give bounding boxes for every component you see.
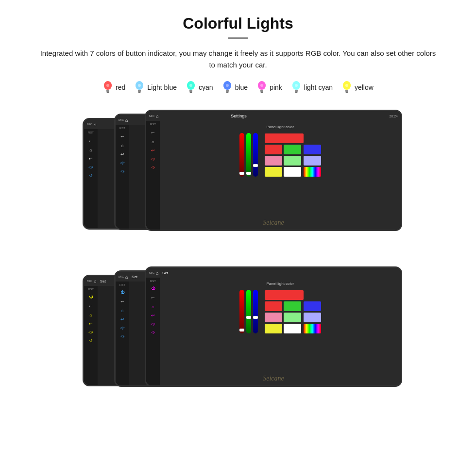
color-label-blue: blue <box>235 83 248 91</box>
svg-rect-22 <box>260 90 263 92</box>
screenshots-section: MIC ⌂ RST ← ⌂ ↩ ◁+ ◁- <box>19 106 457 406</box>
svg-rect-8 <box>138 92 141 93</box>
header-section: Colorful Lights Integrated with 7 colors… <box>19 15 457 71</box>
nav-vol-up-b1: ◁+ <box>88 330 94 334</box>
header-description: Integrated with 7 colors of button indic… <box>39 48 437 71</box>
svg-rect-13 <box>190 92 192 93</box>
color-label-yellow: yellow <box>355 83 374 91</box>
mic-label-2: MIC <box>119 118 124 121</box>
home-icon-b1: ⌂ <box>94 279 97 284</box>
bottom-device-group: MIC ⌂ Set RST ⏻ ← ⌂ ↩ ◁+ ◁- <box>19 263 457 406</box>
home-icon-1: ⌂ <box>94 122 97 127</box>
nav-back-b3: ↩ <box>151 313 155 318</box>
set-label-b3: Set <box>162 271 168 275</box>
svg-rect-33 <box>345 92 348 93</box>
home-icon-b2: ⌂ <box>125 274 128 280</box>
color-item-cyan: cyan <box>186 81 213 94</box>
svg-rect-17 <box>226 90 229 92</box>
settings-title-3: Settings <box>231 114 247 118</box>
nav-home-1: ⌂ <box>89 148 92 152</box>
svg-rect-12 <box>189 90 192 92</box>
nav-vol-dn-b3: ◁- <box>151 330 155 334</box>
home-icon-3: ⌂ <box>156 114 159 119</box>
pwr-icon-b2: ⏻ <box>120 290 124 295</box>
mic-label-1: MIC <box>87 123 92 126</box>
back-arrow-2: ← <box>120 133 125 139</box>
nav-back-b1: ↩ <box>89 321 93 326</box>
color-indicators-row: red Light blue cyan <box>19 81 457 94</box>
header-divider <box>228 37 248 39</box>
rst-label-3: RST <box>150 123 156 126</box>
nav-vol-up-b3: ◁+ <box>151 322 156 326</box>
nav-vol-dn-b2: ◁- <box>120 334 125 338</box>
nav-vol-up-b2: ◁+ <box>120 326 125 330</box>
back-arrow-3: ← <box>151 130 156 135</box>
svg-rect-2 <box>106 90 109 92</box>
home-icon-2: ⌂ <box>125 117 128 123</box>
back-arrow-1: ← <box>88 138 94 144</box>
color-item-blue: blue <box>222 81 248 94</box>
nav-home-b2: ⌂ <box>121 308 123 313</box>
nav-back-2: ↩ <box>120 152 124 157</box>
watermark-bot: Seicane <box>263 375 284 382</box>
rst-label-b3: RST <box>150 280 156 282</box>
color-label-lightblue: Light blue <box>147 83 177 91</box>
bulb-icon-red <box>102 81 113 94</box>
nav-home-b1: ⌂ <box>89 313 92 317</box>
watermark-top: Seicane <box>263 219 284 227</box>
nav-back-b2: ↩ <box>120 317 124 322</box>
page-title: Colorful Lights <box>19 15 457 33</box>
svg-rect-3 <box>107 92 109 93</box>
svg-point-14 <box>189 84 192 87</box>
nav-vol-up-1: ◁+ <box>88 165 94 169</box>
color-item-pink: pink <box>256 81 282 94</box>
svg-point-9 <box>138 84 141 87</box>
nav-vol-dn-3: ◁- <box>151 165 155 169</box>
bulb-icon-cyan <box>186 81 196 94</box>
svg-point-24 <box>260 84 263 87</box>
svg-rect-23 <box>261 92 263 93</box>
nav-vol-dn-2: ◁- <box>120 169 125 173</box>
svg-point-29 <box>295 84 298 87</box>
mic-label-b1: MIC <box>87 280 92 282</box>
mic-label-b2: MIC <box>119 275 124 278</box>
svg-rect-27 <box>295 90 298 92</box>
panel-label-top: Panel light color <box>164 125 397 129</box>
panel-label-bot: Panel light color <box>164 282 397 286</box>
device-back-3: MIC ⌂ Settings 20:24 RST ← ⌂ ↩ ◁+ ◁- <box>145 110 402 231</box>
nav-home-3: ⌂ <box>152 139 154 144</box>
svg-rect-7 <box>138 90 141 92</box>
mic-label-b3: MIC <box>149 271 154 274</box>
rst-label-1: RST <box>88 131 94 134</box>
pwr-icon-b3: ⏻ <box>151 286 155 291</box>
nav-vol-dn-b1: ◁- <box>89 338 93 343</box>
bulb-icon-lightblue <box>134 81 145 94</box>
set-label-b1: Set <box>100 279 106 283</box>
rst-label-2: RST <box>119 127 125 130</box>
device-bot-back-3: MIC ⌂ Set RST ⏻ ← ⌂ ↩ ◁+ ◁- Panel <box>145 266 402 387</box>
time-3: 20:24 <box>389 115 398 118</box>
nav-back-3: ↩ <box>151 148 155 153</box>
color-label-pink: pink <box>270 83 282 91</box>
svg-rect-32 <box>345 90 348 92</box>
rst-label-b2: RST <box>119 283 125 286</box>
color-item-lightcyan: light cyan <box>291 81 333 94</box>
back-arrow-b1: ← <box>88 303 94 309</box>
nav-vol-dn-1: ◁- <box>89 173 93 178</box>
nav-vol-up-2: ◁+ <box>120 161 125 165</box>
color-item-lightblue: Light blue <box>134 81 177 94</box>
back-arrow-b3: ← <box>151 295 156 300</box>
svg-rect-28 <box>295 92 297 93</box>
rst-label-b1: RST <box>88 288 94 291</box>
color-item-yellow: yellow <box>341 81 374 94</box>
page-wrapper: Colorful Lights Integrated with 7 colors… <box>0 0 476 425</box>
color-label-lightcyan: light cyan <box>304 83 333 91</box>
bulb-icon-blue <box>222 81 233 94</box>
color-label-red: red <box>116 83 125 91</box>
bulb-icon-pink <box>256 81 267 94</box>
bulb-icon-lightcyan <box>291 81 302 94</box>
svg-rect-18 <box>226 92 228 93</box>
color-label-cyan: cyan <box>199 83 213 91</box>
set-label-b2: Set <box>132 275 137 279</box>
back-arrow-b2: ← <box>120 298 125 304</box>
